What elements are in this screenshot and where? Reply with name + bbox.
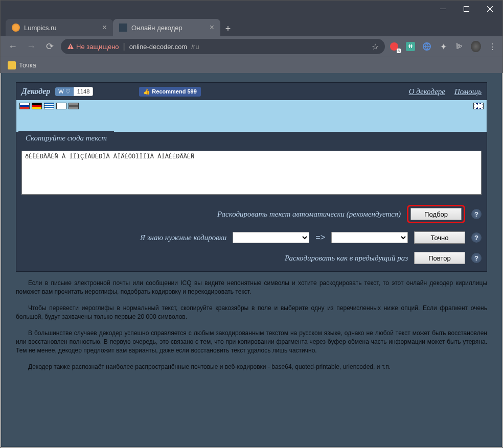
svg-rect-0	[440, 9, 446, 9]
flag-il-icon[interactable]	[56, 103, 66, 109]
svg-rect-2	[70, 45, 71, 48]
bookmark-item[interactable]: Точка	[8, 61, 36, 69]
help-icon[interactable]: ?	[471, 209, 482, 219]
flag-row	[16, 100, 487, 111]
vk-count: 1148	[74, 87, 93, 96]
url-separator: |	[123, 42, 125, 51]
tab-lumpics[interactable]: Lumpics.ru ×	[6, 19, 113, 36]
fb-recommend-button[interactable]: 👍 Recommend 599	[139, 87, 201, 97]
svg-rect-1	[464, 6, 469, 11]
flag-gr-icon[interactable]	[44, 103, 54, 109]
panel-header: Декодер W ♡ 1148 👍 Recommend 599 О декод…	[16, 83, 487, 100]
tab-decoder[interactable]: Онлайн декодер ×	[113, 19, 220, 36]
highlight-box: Подбор	[407, 205, 465, 223]
security-label: Не защищено	[76, 43, 119, 51]
music-ext-icon[interactable]	[405, 41, 416, 52]
flag-generic-icon[interactable]	[68, 103, 79, 109]
decoder-panel: Декодер W ♡ 1148 👍 Recommend 599 О декод…	[16, 82, 487, 272]
tab-title: Lumpics.ru	[24, 24, 98, 32]
flag-de-icon[interactable]	[32, 103, 42, 109]
flag-ru-icon[interactable]	[19, 103, 30, 109]
close-button[interactable]	[478, 1, 501, 16]
flag-uk-icon[interactable]	[473, 103, 484, 109]
section-title: Скопируйте сюда текст	[18, 131, 114, 146]
browser-window: Lumpics.ru × Онлайн декодер × + ← → ⟳ Не…	[0, 0, 503, 448]
tab-close-icon[interactable]: ×	[102, 23, 107, 32]
forward-button[interactable]: →	[24, 39, 38, 54]
description-p4: Декодер также распознаёт наиболее распро…	[16, 363, 487, 371]
warning-icon	[67, 43, 74, 50]
url-field[interactable]: Не защищено | online-decoder.com/ru ☆	[61, 39, 385, 54]
lumpics-favicon-icon	[12, 23, 20, 32]
tab-title: Онлайн декодер	[131, 24, 205, 32]
reload-button[interactable]: ⟳	[42, 39, 57, 54]
page-content: Декодер W ♡ 1148 👍 Recommend 599 О декод…	[1, 73, 502, 447]
tab-bar: Lumpics.ru × Онлайн декодер × +	[1, 17, 502, 36]
description-p1: Если в письме электронной почты или сооб…	[16, 279, 487, 297]
help-icon[interactable]: ?	[471, 253, 482, 263]
folder-icon	[8, 61, 16, 69]
svg-rect-5	[406, 42, 415, 51]
vk-like-widget[interactable]: W ♡ 1148	[55, 87, 93, 96]
globe-ext-icon[interactable]	[422, 41, 432, 52]
security-indicator[interactable]: Не защищено	[67, 43, 119, 51]
tochno-button[interactable]: Точно	[414, 231, 465, 244]
opera-ext-icon[interactable]: 5	[389, 41, 399, 52]
reading-list-icon[interactable]: ⫸	[454, 41, 465, 52]
row-manual-label: Я знаю нужные кодировки	[140, 233, 226, 242]
help-icon[interactable]: ?	[471, 232, 482, 243]
window-titlebar	[1, 1, 502, 17]
brand-label: Декодер	[21, 87, 50, 96]
address-bar: ← → ⟳ Не защищено | online-decoder.com/r…	[1, 36, 502, 57]
link-about[interactable]: О декодере	[409, 87, 445, 96]
decoder-favicon-icon	[119, 23, 127, 32]
description-p2: Чтобы перевести иероглифы в нормальный т…	[16, 304, 487, 322]
minimize-button[interactable]	[431, 1, 454, 16]
input-textarea[interactable]	[21, 151, 482, 195]
ext-badge: 5	[397, 49, 401, 53]
vk-heart-icon: W ♡	[55, 87, 73, 96]
row-repeat-label: Раскодировать как в предыдущий раз	[285, 254, 408, 263]
back-button[interactable]: ←	[6, 39, 20, 54]
form-area: Раскодировать текст автоматически (реком…	[16, 146, 487, 271]
arrow-icon: =>	[315, 233, 325, 242]
bookmark-star-icon[interactable]: ☆	[372, 42, 379, 52]
description-p3: В большинстве случаев декодер успешно сп…	[16, 329, 487, 356]
povtor-button[interactable]: Повтор	[414, 252, 465, 264]
bookmarks-bar: Точка	[1, 57, 502, 73]
maximize-button[interactable]	[454, 1, 478, 16]
bookmark-label: Точка	[19, 61, 36, 69]
extension-icons: 5 ✦ ⫸ ⋮	[389, 41, 497, 52]
profile-avatar[interactable]	[471, 41, 481, 52]
tab-close-icon[interactable]: ×	[210, 23, 214, 32]
encoding-from-select[interactable]	[233, 232, 309, 243]
row-auto-label: Раскодировать текст автоматически (реком…	[217, 210, 401, 219]
podbor-button[interactable]: Подбор	[410, 208, 462, 220]
url-path: /ru	[191, 43, 199, 51]
link-help[interactable]: Помощь	[454, 87, 482, 96]
blue-header-bar	[16, 111, 487, 132]
encoding-to-select[interactable]	[331, 232, 408, 243]
url-host: online-decoder.com	[129, 43, 187, 51]
svg-rect-3	[70, 48, 71, 49]
menu-button[interactable]: ⋮	[487, 41, 497, 52]
new-tab-button[interactable]: +	[220, 21, 236, 36]
extensions-puzzle-icon[interactable]: ✦	[438, 41, 448, 52]
